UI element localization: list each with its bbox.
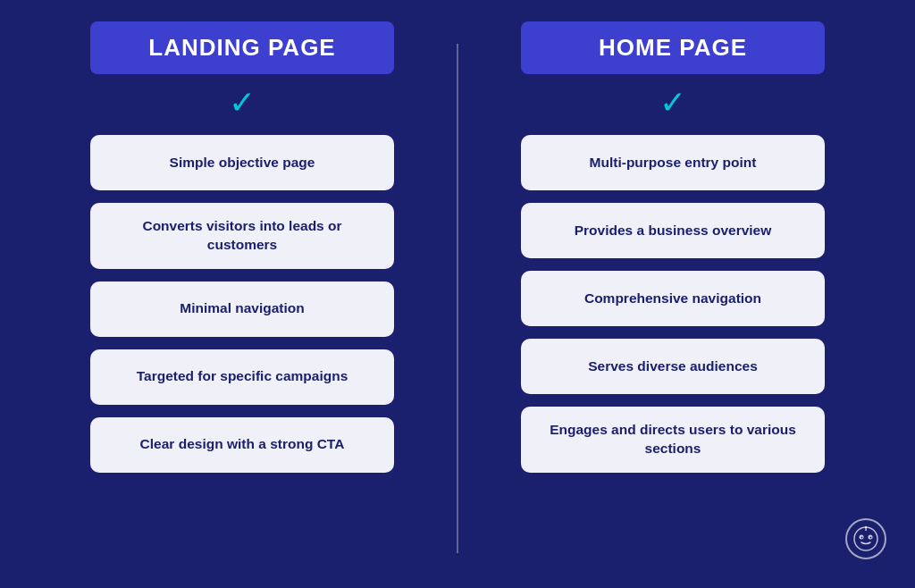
landing-page-title: LANDING PAGE — [148, 34, 335, 61]
svg-point-6 — [865, 526, 867, 528]
landing-item-1-text: Simple objective page — [170, 154, 315, 172]
svg-point-4 — [870, 537, 872, 539]
logo-icon — [852, 525, 879, 552]
logo-watermark — [845, 518, 886, 559]
home-item-3: Comprehensive navigation — [521, 271, 825, 326]
home-item-2-text: Provides a business overview — [575, 222, 772, 240]
home-item-1-text: Multi-purpose entry point — [590, 154, 757, 172]
home-item-4: Serves diverse audiences — [521, 339, 825, 394]
landing-item-4: Targeted for specific campaigns — [90, 349, 394, 405]
home-page-column: HOME PAGE ✓ Multi-purpose entry point Pr… — [467, 21, 878, 473]
landing-item-3-text: Minimal navigation — [180, 299, 305, 318]
landing-page-column: LANDING PAGE ✓ Simple objective page Con… — [37, 21, 448, 473]
landing-item-2: Converts visitors into leads or customer… — [90, 203, 394, 269]
home-item-5-text: Engages and directs users to various sec… — [539, 421, 807, 458]
main-container: LANDING PAGE ✓ Simple objective page Con… — [29, 21, 886, 567]
home-item-4-text: Serves diverse audiences — [588, 357, 758, 376]
landing-item-1: Simple objective page — [90, 135, 394, 190]
home-item-5: Engages and directs users to various sec… — [521, 407, 825, 473]
home-item-3-text: Comprehensive navigation — [584, 290, 761, 308]
landing-page-header: LANDING PAGE — [90, 21, 394, 74]
landing-item-2-text: Converts visitors into leads or customer… — [108, 217, 376, 255]
home-page-title: HOME PAGE — [599, 34, 747, 61]
landing-page-chevron: ✓ — [229, 87, 256, 119]
home-page-chevron: ✓ — [659, 87, 686, 119]
home-page-header: HOME PAGE — [521, 21, 825, 74]
landing-item-5: Clear design with a strong CTA — [90, 417, 394, 473]
landing-item-5-text: Clear design with a strong CTA — [140, 435, 345, 454]
svg-point-3 — [861, 537, 863, 539]
column-divider — [457, 44, 458, 553]
home-item-2: Provides a business overview — [521, 203, 825, 258]
landing-item-4-text: Targeted for specific campaigns — [137, 367, 348, 386]
landing-item-3: Minimal navigation — [90, 281, 394, 337]
home-item-1: Multi-purpose entry point — [521, 135, 825, 190]
